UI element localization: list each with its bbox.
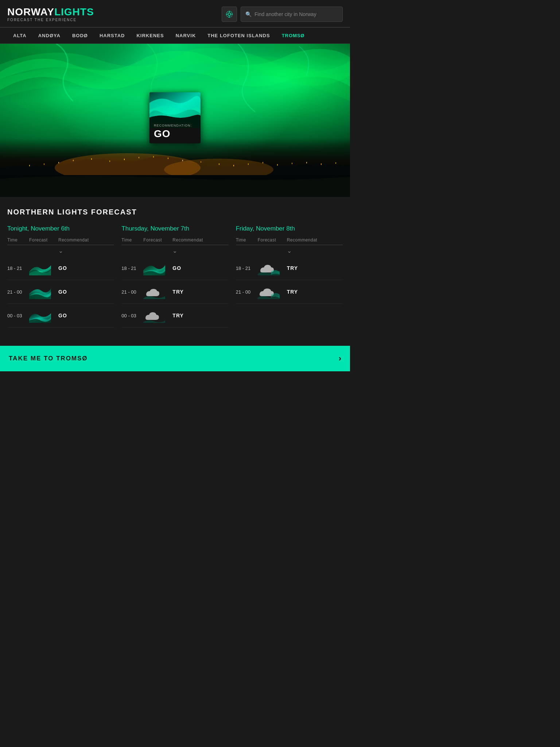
row-recommendation: GO bbox=[58, 313, 91, 318]
svg-rect-25 bbox=[233, 165, 234, 166]
header-right: 🔍 bbox=[222, 7, 343, 22]
row-recommendation: TRY bbox=[172, 289, 205, 295]
svg-rect-20 bbox=[153, 156, 154, 158]
svg-rect-14 bbox=[58, 162, 59, 163]
nav-alta[interactable]: ALTA bbox=[7, 28, 32, 43]
row-forecast-icon bbox=[143, 285, 172, 299]
svg-rect-19 bbox=[139, 157, 139, 158]
svg-rect-30 bbox=[306, 162, 307, 163]
nav-lofoten[interactable]: THE LOFOTEN ISLANDS bbox=[202, 28, 276, 43]
cta-label: TAKE ME TO TROMSØ bbox=[9, 355, 88, 362]
day-2-table: Time Forecast Recommendat ⌄ 18 - 21 bbox=[121, 237, 228, 328]
col-time: Time bbox=[7, 237, 29, 243]
forecast-day-3: Friday, November 8th Time Forecast Recom… bbox=[236, 225, 343, 328]
day-2-header: Time Forecast Recommendat bbox=[121, 237, 228, 245]
row-time: 21 - 00 bbox=[236, 289, 258, 295]
row-time: 18 - 21 bbox=[121, 266, 143, 271]
logo-subtitle: FORECAST THE EXPERIENCE bbox=[7, 18, 94, 22]
nav-kirkenes[interactable]: KIRKENES bbox=[131, 28, 170, 43]
row-recommendation: TRY bbox=[287, 289, 320, 295]
logo-lights-text: LIGHTS bbox=[54, 6, 94, 18]
card-visual bbox=[149, 92, 201, 128]
hero-image: RECOMMENDATION: GO bbox=[0, 44, 350, 197]
cta-arrow-icon: › bbox=[339, 354, 341, 363]
svg-rect-31 bbox=[321, 163, 322, 165]
day-1-table: Time Forecast Recommendat ⌄ 18 - 21 bbox=[7, 237, 114, 328]
svg-rect-22 bbox=[182, 160, 183, 161]
day-2-title: Thursday, November 7th bbox=[121, 225, 228, 232]
expand-day-3[interactable]: ⌄ bbox=[236, 245, 343, 256]
table-row: 18 - 21 TRY bbox=[236, 256, 343, 280]
logo-area: NORWAYLIGHTS FORECAST THE EXPERIENCE bbox=[7, 7, 94, 22]
logo: NORWAYLIGHTS bbox=[7, 7, 94, 17]
recommendation-card: RECOMMENDATION: GO bbox=[149, 92, 201, 143]
col-forecast: Forecast bbox=[143, 237, 172, 243]
table-row: 18 - 21 GO bbox=[7, 256, 114, 280]
location-button[interactable] bbox=[222, 7, 237, 22]
forecast-day-1: Tonight, November 6th Time Forecast Reco… bbox=[7, 225, 114, 328]
day-1-header: Time Forecast Recommendat bbox=[7, 237, 114, 245]
col-time: Time bbox=[236, 237, 258, 243]
nav-narvik[interactable]: NARVIK bbox=[170, 28, 202, 43]
table-row: 21 - 00 GO bbox=[7, 280, 114, 304]
svg-rect-28 bbox=[277, 164, 278, 166]
row-time: 21 - 00 bbox=[7, 289, 29, 295]
city-nav: ALTA ANDØYA BODØ HARSTAD KIRKENES NARVIK… bbox=[0, 28, 350, 44]
expand-day-1[interactable]: ⌄ bbox=[7, 245, 114, 256]
row-time: 21 - 00 bbox=[121, 289, 143, 295]
table-row: 18 - 21 GO bbox=[121, 256, 228, 280]
day-1-title: Tonight, November 6th bbox=[7, 225, 114, 232]
search-input[interactable] bbox=[254, 11, 338, 17]
row-time: 00 - 03 bbox=[121, 313, 143, 318]
row-time: 00 - 03 bbox=[7, 313, 29, 318]
forecast-section: NORTHERN LIGHTS FORECAST Tonight, Novemb… bbox=[0, 197, 350, 338]
table-row: 21 - 00 TRY bbox=[236, 280, 343, 304]
svg-rect-18 bbox=[124, 159, 125, 160]
svg-rect-12 bbox=[29, 165, 30, 166]
row-time: 18 - 21 bbox=[7, 266, 29, 271]
cta-bar[interactable]: TAKE ME TO TROMSØ › bbox=[0, 346, 350, 371]
col-rec: Recommendat bbox=[172, 237, 205, 243]
svg-point-0 bbox=[228, 13, 230, 15]
location-icon bbox=[225, 10, 233, 18]
row-recommendation: GO bbox=[58, 265, 91, 271]
svg-rect-32 bbox=[335, 162, 336, 164]
forecast-day-2: Thursday, November 7th Time Forecast Rec… bbox=[121, 225, 228, 328]
svg-rect-29 bbox=[292, 163, 292, 164]
nav-bodo[interactable]: BODØ bbox=[66, 28, 94, 43]
forecast-grid: Tonight, November 6th Time Forecast Reco… bbox=[7, 225, 343, 328]
svg-rect-26 bbox=[248, 163, 249, 165]
rec-label: RECOMMENDATION: bbox=[154, 124, 196, 127]
svg-rect-21 bbox=[168, 158, 168, 159]
row-recommendation: GO bbox=[58, 289, 91, 295]
rec-value: GO bbox=[154, 128, 196, 140]
day-3-table: Time Forecast Recommendat ⌄ 18 - 21 bbox=[236, 237, 343, 304]
day-3-title: Friday, November 8th bbox=[236, 225, 343, 232]
col-forecast: Forecast bbox=[258, 237, 287, 243]
nav-harstad[interactable]: HARSTAD bbox=[94, 28, 131, 43]
row-forecast-icon bbox=[29, 308, 58, 323]
svg-rect-17 bbox=[109, 160, 110, 162]
row-forecast-icon bbox=[143, 308, 172, 323]
col-rec: Recommendat bbox=[287, 237, 320, 243]
logo-norway-text: NORWAY bbox=[7, 6, 54, 18]
row-recommendation: TRY bbox=[172, 313, 205, 318]
day-3-header: Time Forecast Recommendat bbox=[236, 237, 343, 245]
row-forecast-icon bbox=[143, 261, 172, 275]
search-box[interactable]: 🔍 bbox=[241, 7, 343, 22]
row-forecast-icon bbox=[258, 285, 287, 299]
svg-rect-16 bbox=[91, 158, 92, 160]
expand-day-2[interactable]: ⌄ bbox=[121, 245, 228, 256]
forecast-title: NORTHERN LIGHTS FORECAST bbox=[7, 208, 343, 216]
nav-tromso[interactable]: TROMSØ bbox=[276, 28, 311, 43]
svg-rect-24 bbox=[219, 163, 219, 165]
col-rec: Recommendat bbox=[58, 237, 91, 243]
row-time: 18 - 21 bbox=[236, 266, 258, 271]
col-time: Time bbox=[121, 237, 143, 243]
col-forecast: Forecast bbox=[29, 237, 58, 243]
row-forecast-icon bbox=[29, 261, 58, 275]
nav-andoya[interactable]: ANDØYA bbox=[32, 28, 66, 43]
svg-rect-15 bbox=[73, 160, 74, 161]
table-row: 21 - 00 TRY bbox=[121, 280, 228, 304]
svg-rect-23 bbox=[201, 161, 201, 163]
